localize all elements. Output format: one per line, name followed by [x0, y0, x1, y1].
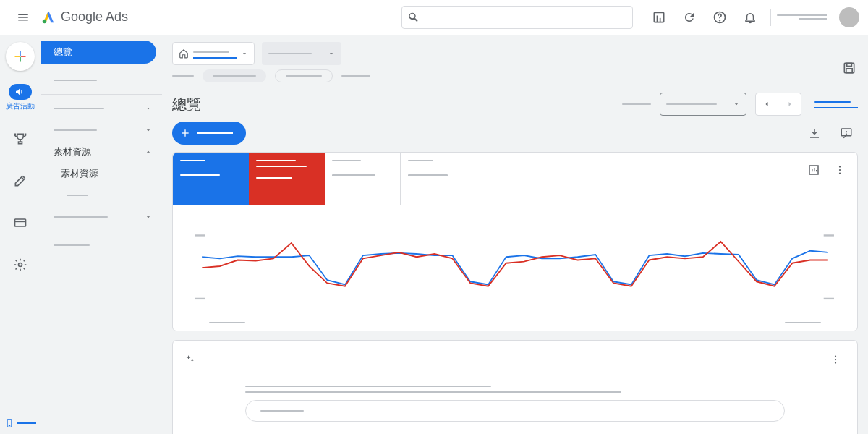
filter-chip[interactable]: [203, 69, 266, 82]
header-separator: [770, 9, 771, 26]
more-vert-icon: [833, 163, 846, 176]
header-actions: [644, 3, 765, 32]
insights-menu-button[interactable]: [824, 348, 847, 371]
insights-body: [173, 378, 857, 434]
tools-icon: [13, 174, 27, 188]
rail-tools[interactable]: [6, 166, 35, 195]
metric-tab-4[interactable]: [401, 153, 477, 205]
sidebar-item[interactable]: [41, 234, 162, 256]
rail-billing[interactable]: [6, 208, 35, 237]
home-icon: [179, 48, 189, 59]
sidebar-assets-item[interactable]: 素材資源: [41, 163, 162, 184]
rail-footer-link[interactable]: [0, 418, 41, 428]
filter-chip[interactable]: [275, 69, 333, 82]
metric-tab-3[interactable]: [325, 153, 401, 205]
svg-rect-26: [195, 298, 205, 299]
search-icon: [408, 12, 420, 23]
chart-x-axis: [173, 322, 857, 331]
date-range-selector[interactable]: [660, 93, 746, 116]
download-icon: [808, 127, 821, 140]
help-icon: [712, 10, 727, 25]
user-avatar[interactable]: [839, 7, 859, 27]
svg-rect-6: [15, 219, 26, 226]
performance-card: [172, 152, 858, 331]
expand-chart-button[interactable]: [802, 158, 825, 182]
chevron-up-icon: [145, 148, 152, 156]
sidebar-item[interactable]: [41, 184, 162, 206]
top-header: Google Ads: [0, 0, 868, 35]
rail-goals[interactable]: [6, 124, 35, 153]
product-logo[interactable]: Google Ads: [41, 9, 128, 25]
insights-suggestion-chip[interactable]: [245, 400, 785, 422]
credit-card-icon: [13, 216, 27, 230]
chevron-down-icon: [145, 127, 152, 134]
date-next-button[interactable]: [778, 93, 801, 116]
scope-selector-account[interactable]: [172, 42, 255, 65]
reports-button[interactable]: [644, 3, 673, 32]
search-input[interactable]: [401, 6, 633, 29]
nav-rail: 廣告活動: [0, 35, 41, 434]
main-menu-button[interactable]: [9, 3, 38, 32]
sidebar-assets-label: 素材資源: [54, 145, 91, 158]
rail-campaigns[interactable]: 廣告活動: [0, 84, 41, 111]
svg-point-5: [720, 20, 720, 20]
ads-logo-icon: [41, 9, 56, 25]
chevron-down-icon: [241, 50, 248, 57]
sidebar-item[interactable]: [41, 69, 162, 91]
download-button[interactable]: [803, 122, 826, 145]
add-btn-label: [197, 132, 233, 134]
hamburger-icon: [17, 11, 30, 24]
scope-selector-campaign[interactable]: [262, 42, 341, 65]
rail-admin[interactable]: [6, 250, 35, 279]
insights-card: [172, 340, 858, 434]
chevron-right-icon: [786, 100, 794, 109]
metric-tab-1[interactable]: [173, 153, 249, 205]
account-switcher[interactable]: [777, 14, 827, 20]
notifications-button[interactable]: [736, 3, 765, 32]
product-name: Google Ads: [61, 9, 128, 25]
action-row: [162, 119, 868, 152]
sidebar-item[interactable]: [41, 98, 162, 119]
reports-icon: [652, 10, 666, 25]
create-button[interactable]: [6, 42, 35, 71]
sidebar-assets-item-label: 素材資源: [61, 167, 98, 180]
metric-tabs: [173, 153, 857, 205]
main-content: 總覽: [162, 35, 868, 434]
metric-tab-2[interactable]: [249, 153, 325, 205]
date-prev-button[interactable]: [755, 93, 778, 116]
svg-point-29: [835, 359, 836, 360]
svg-point-30: [835, 362, 836, 363]
svg-rect-24: [195, 234, 205, 236]
svg-point-22: [839, 169, 841, 171]
date-label: [622, 103, 651, 105]
gear-icon: [13, 258, 27, 272]
feedback-button[interactable]: [835, 122, 858, 145]
svg-point-16: [846, 134, 847, 135]
chevron-down-icon: [145, 105, 152, 112]
plus-multicolor-icon: [13, 49, 27, 64]
svg-point-28: [835, 355, 836, 357]
sidebar-overview-active[interactable]: 總覽: [41, 41, 156, 64]
breadcrumb-row: [162, 65, 868, 87]
chevron-down-icon: [733, 101, 740, 108]
refresh-button[interactable]: [675, 3, 704, 32]
new-campaign-button[interactable]: [172, 122, 246, 145]
card-menu-button[interactable]: [828, 158, 851, 182]
plus-icon: [179, 127, 191, 139]
svg-rect-25: [824, 234, 834, 236]
trophy-icon: [13, 132, 27, 146]
scope-filter-row: [162, 35, 868, 65]
compare-toggle[interactable]: [814, 101, 858, 108]
sidebar-item[interactable]: [41, 119, 162, 141]
sidebar-assets-group[interactable]: 素材資源: [41, 141, 162, 163]
account-id-placeholder: [799, 18, 827, 20]
more-vert-icon: [829, 353, 842, 366]
sidebar-item[interactable]: [41, 206, 162, 228]
feedback-icon: [840, 127, 853, 140]
line-chart: [195, 219, 835, 313]
help-button[interactable]: [705, 3, 734, 32]
save-view-button[interactable]: [842, 61, 856, 75]
chevron-left-icon: [762, 100, 771, 109]
chart-area: [173, 205, 857, 322]
svg-point-0: [43, 19, 47, 23]
